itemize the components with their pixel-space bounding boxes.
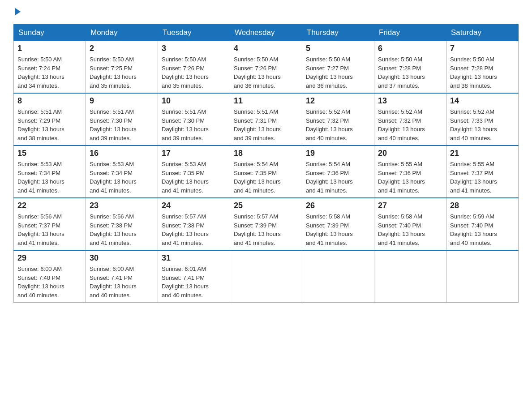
day-number: 18 xyxy=(234,149,298,158)
calendar-day-cell: 12Sunrise: 5:52 AMSunset: 7:32 PMDayligh… xyxy=(302,93,374,146)
calendar-day-cell: 14Sunrise: 5:52 AMSunset: 7:33 PMDayligh… xyxy=(446,93,519,146)
logo-blue-text xyxy=(13,9,21,15)
calendar-day-cell: 13Sunrise: 5:52 AMSunset: 7:32 PMDayligh… xyxy=(374,93,446,146)
calendar-table: Sunday Monday Tuesday Wednesday Thursday… xyxy=(13,24,519,303)
day-sun-info: Sunrise: 5:57 AMSunset: 7:39 PMDaylight:… xyxy=(234,212,298,247)
day-sun-info: Sunrise: 5:52 AMSunset: 7:32 PMDaylight:… xyxy=(306,107,370,142)
day-number: 9 xyxy=(90,96,154,106)
calendar-day-cell: 15Sunrise: 5:53 AMSunset: 7:34 PMDayligh… xyxy=(14,146,86,198)
day-number: 29 xyxy=(17,253,82,263)
day-sun-info: Sunrise: 5:59 AMSunset: 7:40 PMDaylight:… xyxy=(450,212,515,247)
day-number: 31 xyxy=(162,253,226,263)
day-sun-info: Sunrise: 5:50 AMSunset: 7:24 PMDaylight:… xyxy=(17,55,82,90)
day-sun-info: Sunrise: 5:51 AMSunset: 7:29 PMDaylight:… xyxy=(17,107,82,142)
calendar-week-row: 29Sunrise: 6:00 AMSunset: 7:40 PMDayligh… xyxy=(14,250,519,303)
day-number: 11 xyxy=(234,96,298,106)
day-sun-info: Sunrise: 5:50 AMSunset: 7:26 PMDaylight:… xyxy=(162,55,226,90)
day-number: 19 xyxy=(306,149,370,158)
calendar-day-cell: 4Sunrise: 5:50 AMSunset: 7:26 PMDaylight… xyxy=(230,41,302,94)
day-sun-info: Sunrise: 5:52 AMSunset: 7:33 PMDaylight:… xyxy=(450,107,515,142)
calendar-day-cell: 24Sunrise: 5:57 AMSunset: 7:38 PMDayligh… xyxy=(158,198,230,250)
calendar-week-row: 15Sunrise: 5:53 AMSunset: 7:34 PMDayligh… xyxy=(14,146,519,198)
calendar-week-row: 1Sunrise: 5:50 AMSunset: 7:24 PMDaylight… xyxy=(14,41,519,94)
calendar-day-cell xyxy=(230,250,302,303)
day-sun-info: Sunrise: 6:00 AMSunset: 7:41 PMDaylight:… xyxy=(90,265,154,300)
calendar-day-cell: 27Sunrise: 5:58 AMSunset: 7:40 PMDayligh… xyxy=(374,198,446,250)
calendar-day-cell: 26Sunrise: 5:58 AMSunset: 7:39 PMDayligh… xyxy=(302,198,374,250)
calendar-day-cell: 31Sunrise: 6:01 AMSunset: 7:41 PMDayligh… xyxy=(158,250,230,303)
day-sun-info: Sunrise: 5:58 AMSunset: 7:39 PMDaylight:… xyxy=(306,212,370,247)
day-number: 26 xyxy=(306,201,370,210)
day-number: 15 xyxy=(17,149,82,158)
header-saturday: Saturday xyxy=(446,25,519,41)
day-number: 10 xyxy=(162,96,226,106)
day-sun-info: Sunrise: 5:50 AMSunset: 7:28 PMDaylight:… xyxy=(450,55,515,90)
calendar-day-cell: 25Sunrise: 5:57 AMSunset: 7:39 PMDayligh… xyxy=(230,198,302,250)
calendar-day-cell: 11Sunrise: 5:51 AMSunset: 7:31 PMDayligh… xyxy=(230,93,302,146)
calendar-day-cell: 28Sunrise: 5:59 AMSunset: 7:40 PMDayligh… xyxy=(446,198,519,250)
day-sun-info: Sunrise: 5:53 AMSunset: 7:34 PMDaylight:… xyxy=(17,160,82,195)
calendar-day-cell: 2Sunrise: 5:50 AMSunset: 7:25 PMDaylight… xyxy=(86,41,158,94)
day-number: 13 xyxy=(378,96,442,106)
day-sun-info: Sunrise: 5:55 AMSunset: 7:37 PMDaylight:… xyxy=(450,160,515,195)
calendar-day-cell: 7Sunrise: 5:50 AMSunset: 7:28 PMDaylight… xyxy=(446,41,519,94)
calendar-day-cell: 30Sunrise: 6:00 AMSunset: 7:41 PMDayligh… xyxy=(86,250,158,303)
calendar-day-cell: 23Sunrise: 5:56 AMSunset: 7:38 PMDayligh… xyxy=(86,198,158,250)
day-sun-info: Sunrise: 5:51 AMSunset: 7:31 PMDaylight:… xyxy=(234,107,298,142)
calendar-day-cell: 18Sunrise: 5:54 AMSunset: 7:35 PMDayligh… xyxy=(230,146,302,198)
calendar-day-cell: 6Sunrise: 5:50 AMSunset: 7:28 PMDaylight… xyxy=(374,41,446,94)
logo xyxy=(13,9,21,15)
day-number: 23 xyxy=(90,201,154,210)
calendar-day-cell: 29Sunrise: 6:00 AMSunset: 7:40 PMDayligh… xyxy=(14,250,86,303)
day-number: 6 xyxy=(378,44,442,53)
day-sun-info: Sunrise: 5:50 AMSunset: 7:25 PMDaylight:… xyxy=(90,55,154,90)
day-number: 30 xyxy=(90,253,154,263)
calendar-day-cell: 22Sunrise: 5:56 AMSunset: 7:37 PMDayligh… xyxy=(14,198,86,250)
logo-arrow-icon xyxy=(15,8,21,15)
calendar-day-cell: 19Sunrise: 5:54 AMSunset: 7:36 PMDayligh… xyxy=(302,146,374,198)
calendar-day-cell: 3Sunrise: 5:50 AMSunset: 7:26 PMDaylight… xyxy=(158,41,230,94)
calendar-day-cell xyxy=(374,250,446,303)
day-number: 4 xyxy=(234,44,298,53)
calendar-day-cell: 16Sunrise: 5:53 AMSunset: 7:34 PMDayligh… xyxy=(86,146,158,198)
day-sun-info: Sunrise: 5:57 AMSunset: 7:38 PMDaylight:… xyxy=(162,212,226,247)
day-number: 17 xyxy=(162,149,226,158)
day-number: 21 xyxy=(450,149,515,158)
day-number: 27 xyxy=(378,201,442,210)
day-number: 22 xyxy=(17,201,82,210)
day-number: 14 xyxy=(450,96,515,106)
day-sun-info: Sunrise: 5:56 AMSunset: 7:38 PMDaylight:… xyxy=(90,212,154,247)
day-sun-info: Sunrise: 5:51 AMSunset: 7:30 PMDaylight:… xyxy=(162,107,226,142)
day-number: 8 xyxy=(17,96,82,106)
day-number: 24 xyxy=(162,201,226,210)
day-sun-info: Sunrise: 5:53 AMSunset: 7:35 PMDaylight:… xyxy=(162,160,226,195)
day-sun-info: Sunrise: 5:51 AMSunset: 7:30 PMDaylight:… xyxy=(90,107,154,142)
day-number: 16 xyxy=(90,149,154,158)
day-sun-info: Sunrise: 5:50 AMSunset: 7:28 PMDaylight:… xyxy=(378,55,442,90)
calendar-day-cell: 5Sunrise: 5:50 AMSunset: 7:27 PMDaylight… xyxy=(302,41,374,94)
day-number: 3 xyxy=(162,44,226,53)
day-number: 7 xyxy=(450,44,515,53)
header-monday: Monday xyxy=(86,25,158,41)
header-thursday: Thursday xyxy=(302,25,374,41)
calendar-day-cell: 17Sunrise: 5:53 AMSunset: 7:35 PMDayligh… xyxy=(158,146,230,198)
day-sun-info: Sunrise: 5:53 AMSunset: 7:34 PMDaylight:… xyxy=(90,160,154,195)
calendar-day-cell: 1Sunrise: 5:50 AMSunset: 7:24 PMDaylight… xyxy=(14,41,86,94)
calendar-day-cell: 9Sunrise: 5:51 AMSunset: 7:30 PMDaylight… xyxy=(86,93,158,146)
calendar-day-cell: 8Sunrise: 5:51 AMSunset: 7:29 PMDaylight… xyxy=(14,93,86,146)
day-number: 1 xyxy=(17,44,82,53)
day-number: 28 xyxy=(450,201,515,210)
calendar-day-cell xyxy=(302,250,374,303)
day-sun-info: Sunrise: 6:00 AMSunset: 7:40 PMDaylight:… xyxy=(17,265,82,300)
day-sun-info: Sunrise: 5:55 AMSunset: 7:36 PMDaylight:… xyxy=(378,160,442,195)
day-sun-info: Sunrise: 6:01 AMSunset: 7:41 PMDaylight:… xyxy=(162,265,226,300)
day-number: 12 xyxy=(306,96,370,106)
day-sun-info: Sunrise: 5:50 AMSunset: 7:26 PMDaylight:… xyxy=(234,55,298,90)
calendar-header-row: Sunday Monday Tuesday Wednesday Thursday… xyxy=(14,25,519,41)
calendar-day-cell xyxy=(446,250,519,303)
day-sun-info: Sunrise: 5:58 AMSunset: 7:40 PMDaylight:… xyxy=(378,212,442,247)
calendar-week-row: 22Sunrise: 5:56 AMSunset: 7:37 PMDayligh… xyxy=(14,198,519,250)
calendar-day-cell: 21Sunrise: 5:55 AMSunset: 7:37 PMDayligh… xyxy=(446,146,519,198)
day-sun-info: Sunrise: 5:54 AMSunset: 7:36 PMDaylight:… xyxy=(306,160,370,195)
header-tuesday: Tuesday xyxy=(158,25,230,41)
